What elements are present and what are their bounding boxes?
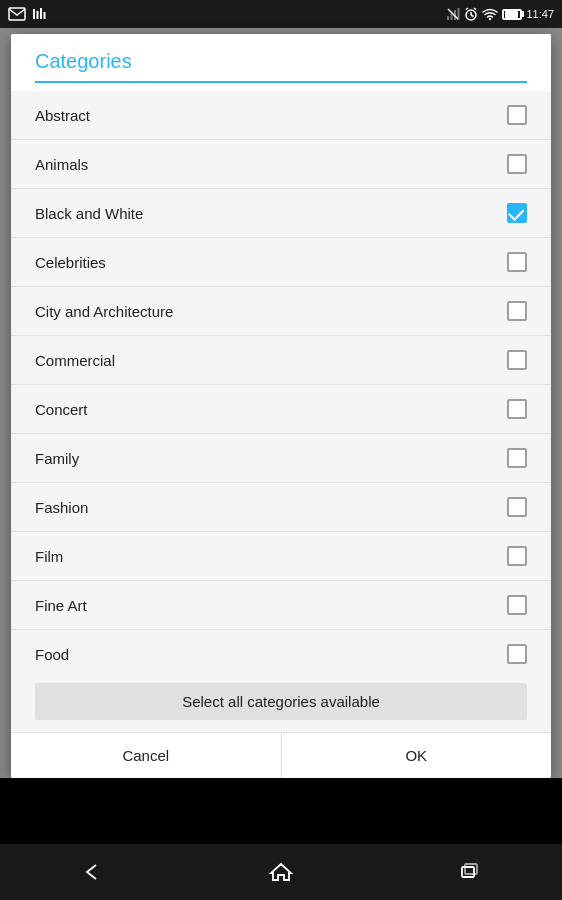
cancel-button[interactable]: Cancel — [11, 733, 282, 778]
category-item[interactable]: Fine Art — [11, 581, 551, 630]
time-display: 11:47 — [526, 8, 554, 20]
status-bar-right: 11:47 — [446, 7, 554, 21]
category-item[interactable]: Concert — [11, 385, 551, 434]
category-label: Concert — [35, 401, 88, 418]
category-item[interactable]: Commercial — [11, 336, 551, 385]
alarm-icon — [464, 7, 478, 21]
nav-bar — [0, 844, 562, 900]
dialog-title-area: Categories — [11, 34, 551, 91]
category-checkbox[interactable] — [507, 203, 527, 223]
category-label: Celebrities — [35, 254, 106, 271]
svg-rect-7 — [451, 13, 453, 20]
bars-icon — [32, 7, 46, 21]
svg-line-5 — [448, 9, 458, 19]
category-label: Animals — [35, 156, 88, 173]
svg-rect-4 — [44, 12, 46, 19]
battery-icon — [502, 9, 522, 20]
svg-rect-3 — [40, 8, 42, 19]
category-label: City and Architecture — [35, 303, 173, 320]
status-bar-left — [8, 7, 46, 21]
svg-rect-2 — [37, 11, 39, 19]
category-checkbox[interactable] — [507, 105, 527, 125]
category-list: AbstractAnimalsBlack and WhiteCelebritie… — [11, 91, 551, 671]
back-button[interactable] — [64, 852, 124, 892]
category-label: Abstract — [35, 107, 90, 124]
ok-button[interactable]: OK — [282, 733, 552, 778]
category-checkbox[interactable] — [507, 252, 527, 272]
category-item[interactable]: Animals — [11, 140, 551, 189]
dialog-title: Categories — [35, 50, 527, 73]
category-item[interactable]: Celebrities — [11, 238, 551, 287]
home-button[interactable] — [251, 852, 311, 892]
svg-rect-8 — [454, 10, 456, 20]
dialog-actions: Cancel OK — [11, 732, 551, 778]
home-icon — [267, 860, 295, 884]
categories-dialog: Categories AbstractAnimalsBlack and Whit… — [11, 34, 551, 778]
svg-rect-0 — [9, 8, 25, 20]
category-checkbox[interactable] — [507, 350, 527, 370]
svg-line-13 — [466, 8, 468, 10]
category-item[interactable]: Black and White — [11, 189, 551, 238]
gmail-icon — [8, 7, 26, 21]
title-divider — [35, 81, 527, 83]
recents-icon — [454, 860, 482, 884]
svg-marker-16 — [271, 864, 291, 880]
category-label: Fine Art — [35, 597, 87, 614]
category-checkbox[interactable] — [507, 301, 527, 321]
svg-rect-17 — [462, 867, 474, 877]
category-item[interactable]: Fashion — [11, 483, 551, 532]
category-checkbox[interactable] — [507, 399, 527, 419]
back-icon — [80, 860, 108, 884]
category-label: Black and White — [35, 205, 143, 222]
svg-line-12 — [471, 15, 474, 17]
category-label: Family — [35, 450, 79, 467]
status-bar: 11:47 — [0, 0, 562, 28]
category-checkbox[interactable] — [507, 595, 527, 615]
category-item[interactable]: Film — [11, 532, 551, 581]
battery-fill — [505, 11, 518, 18]
svg-line-14 — [474, 8, 476, 10]
category-label: Food — [35, 646, 69, 663]
category-item[interactable]: Family — [11, 434, 551, 483]
svg-rect-9 — [458, 8, 460, 20]
svg-rect-6 — [447, 16, 449, 20]
category-label: Film — [35, 548, 63, 565]
select-all-button[interactable]: Select all categories available — [35, 683, 527, 720]
category-label: Commercial — [35, 352, 115, 369]
category-checkbox[interactable] — [507, 546, 527, 566]
recents-button[interactable] — [438, 852, 498, 892]
category-item[interactable]: City and Architecture — [11, 287, 551, 336]
wifi-icon — [482, 8, 498, 20]
svg-rect-1 — [33, 9, 35, 19]
category-checkbox[interactable] — [507, 448, 527, 468]
category-label: Fashion — [35, 499, 88, 516]
signal-off-icon — [446, 7, 460, 21]
svg-point-15 — [489, 18, 491, 20]
category-checkbox[interactable] — [507, 497, 527, 517]
svg-rect-18 — [465, 864, 477, 874]
category-item[interactable]: Abstract — [11, 91, 551, 140]
category-item[interactable]: Food — [11, 630, 551, 671]
category-checkbox[interactable] — [507, 644, 527, 664]
category-checkbox[interactable] — [507, 154, 527, 174]
